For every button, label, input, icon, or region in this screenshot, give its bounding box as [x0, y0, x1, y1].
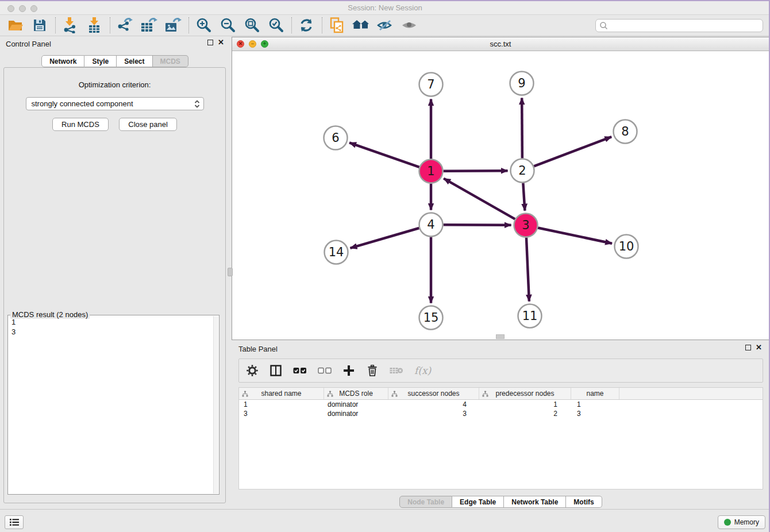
split-panel-icon[interactable]: [270, 363, 282, 378]
svg-text:4: 4: [427, 218, 434, 232]
cell[interactable]: 4: [388, 400, 479, 408]
graph-node-14[interactable]: 14: [325, 241, 348, 264]
svg-text:11: 11: [522, 309, 538, 323]
run-mcds-button[interactable]: Run MCDS: [52, 118, 109, 131]
svg-text:1: 1: [427, 164, 434, 178]
fx-label: f(x): [414, 365, 431, 376]
graph-edge-3-10[interactable]: [538, 228, 612, 243]
refresh-view-icon[interactable]: [297, 17, 316, 34]
close-table-panel-icon[interactable]: ✕: [756, 345, 762, 350]
panel-splitter-grip[interactable]: [228, 268, 233, 276]
tab-select[interactable]: Select: [117, 55, 152, 67]
graph-edge-3-11[interactable]: [526, 237, 529, 301]
table-toolbar: f(x): [238, 358, 763, 383]
import-network-icon[interactable]: [60, 17, 80, 34]
open-session-icon[interactable]: [6, 17, 25, 34]
graph-node-8[interactable]: 8: [614, 120, 637, 144]
export-image-icon[interactable]: [163, 17, 183, 34]
graph-node-6[interactable]: 6: [324, 126, 348, 150]
cell[interactable]: 3: [239, 410, 324, 418]
export-table-icon[interactable]: [139, 17, 159, 34]
search-field[interactable]: [595, 19, 763, 32]
graph-node-2[interactable]: 2: [511, 159, 534, 183]
graph-edge-2-3[interactable]: [523, 183, 525, 210]
graph-edge-1-2[interactable]: [443, 171, 507, 171]
first-neighbors-icon[interactable]: [351, 17, 371, 34]
tab-network[interactable]: Network: [41, 55, 84, 67]
hide-selected-icon[interactable]: [375, 17, 395, 34]
graph-node-4[interactable]: 4: [419, 213, 443, 237]
graph-edge-1-6[interactable]: [349, 142, 419, 167]
network-graph[interactable]: 7968124314101511: [232, 51, 769, 340]
task-history-button[interactable]: [5, 515, 24, 529]
save-session-icon[interactable]: [30, 17, 49, 34]
result-scrollbar[interactable]: [213, 316, 218, 494]
delete-row-icon[interactable]: [366, 363, 379, 378]
float-panel-icon[interactable]: [207, 40, 213, 45]
table-row-1[interactable]: 1dominator411: [239, 400, 763, 409]
cell[interactable]: 2: [479, 410, 571, 418]
column-settings-icon[interactable]: [246, 363, 259, 378]
graph-node-11[interactable]: 11: [518, 304, 542, 328]
import-table-icon[interactable]: [84, 17, 104, 34]
graph-node-1[interactable]: 1: [419, 160, 443, 183]
network-window-titlebar[interactable]: ✕ − + scc.txt: [232, 37, 769, 51]
column-header-shared-name[interactable]: shared name: [239, 388, 324, 399]
graph-edge-3-1[interactable]: [444, 179, 515, 219]
graph-node-9[interactable]: 9: [510, 72, 534, 95]
cell[interactable]: 3: [388, 410, 479, 418]
network-canvas[interactable]: 7968124314101511: [232, 51, 769, 340]
cell[interactable]: 1: [571, 400, 619, 408]
graph-edge-4-3[interactable]: [443, 225, 511, 225]
cell[interactable]: 1: [239, 400, 324, 408]
column-header-successor-nodes[interactable]: successor nodes: [388, 388, 479, 399]
graph-node-7[interactable]: 7: [419, 73, 443, 97]
zoom-fit-icon[interactable]: [242, 17, 261, 34]
network-overview-icon[interactable]: [327, 17, 346, 34]
mcds-result-text[interactable]: 1 3: [11, 317, 212, 493]
deselect-all-icon[interactable]: [318, 363, 332, 378]
cell[interactable]: dominator: [324, 400, 388, 408]
graph-node-3[interactable]: 3: [514, 214, 538, 237]
node-table[interactable]: shared nameMCDS rolesuccessor nodesprede…: [238, 387, 763, 489]
column-header-name[interactable]: name: [571, 388, 619, 399]
network-resize-grip[interactable]: [496, 334, 505, 339]
float-table-panel-icon[interactable]: [745, 345, 751, 350]
desktop-edge-top: [0, 0, 770, 1]
network-view-window: ✕ − + scc.txt 7968124314101511: [232, 37, 769, 340]
table-body: 1dominator4113dominator323: [239, 400, 763, 418]
table-tab-motifs[interactable]: Motifs: [566, 496, 602, 508]
column-header-MCDS-role[interactable]: MCDS role: [324, 388, 388, 399]
export-network-icon[interactable]: [115, 17, 134, 34]
toolbar-separator: [291, 17, 292, 33]
graph-node-15[interactable]: 15: [419, 306, 443, 330]
table-row-2[interactable]: 3dominator323: [239, 409, 763, 418]
search-input[interactable]: [609, 22, 763, 30]
graph-node-10[interactable]: 10: [615, 235, 638, 259]
select-all-icon[interactable]: [293, 363, 307, 378]
column-header-predecessor-nodes[interactable]: predecessor nodes: [479, 388, 571, 399]
criterion-select[interactable]: strongly connected component: [26, 97, 204, 110]
close-panel-icon[interactable]: ✕: [218, 40, 224, 45]
graph-edge-2-9[interactable]: [522, 98, 522, 158]
zoom-in-icon[interactable]: [194, 17, 213, 34]
add-row-icon[interactable]: [342, 363, 355, 378]
control-panel: Control Panel ✕ NetworkStyleSelectMCDS O…: [0, 36, 230, 509]
graph-edge-4-14[interactable]: [350, 228, 419, 248]
graph-edge-2-8[interactable]: [534, 137, 611, 166]
memory-button[interactable]: Memory: [718, 515, 765, 529]
cell[interactable]: dominator: [324, 410, 388, 418]
table-tab-edge-table[interactable]: Edge Table: [452, 496, 504, 508]
tab-style[interactable]: Style: [84, 55, 117, 67]
zoom-selected-icon[interactable]: [266, 17, 286, 34]
cell[interactable]: 3: [571, 410, 619, 418]
table-tab-network-table[interactable]: Network Table: [504, 496, 566, 508]
table-tab-node-table[interactable]: Node Table: [399, 496, 452, 508]
cell[interactable]: 1: [479, 400, 571, 408]
close-panel-button[interactable]: Close panel: [119, 118, 177, 131]
tab-mcds[interactable]: MCDS: [153, 55, 188, 67]
control-panel-tabs: NetworkStyleSelectMCDS: [0, 55, 230, 67]
zoom-out-icon[interactable]: [218, 17, 237, 34]
show-all-icon[interactable]: [399, 17, 419, 34]
svg-text:2: 2: [518, 164, 526, 178]
